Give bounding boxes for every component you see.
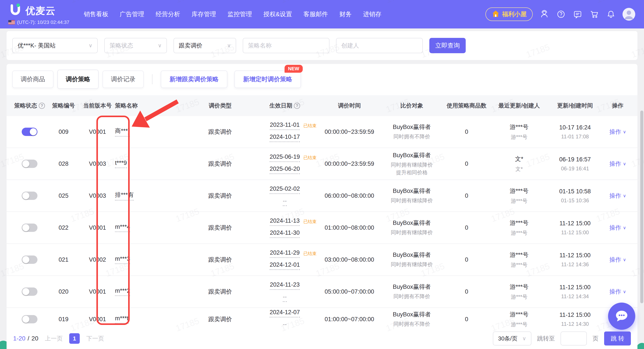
effective-start-date[interactable]: 2023-11-01 xyxy=(270,121,300,130)
effective-end-date[interactable]: -- xyxy=(283,198,287,206)
tab[interactable]: 调价记录 xyxy=(102,70,144,88)
compare-target-options: 同时拥有继续降价 xyxy=(391,261,433,268)
last-updater: 游***号 xyxy=(510,123,528,131)
nav-item[interactable]: 监控管理 xyxy=(227,10,252,18)
updater-cell: 游***号 游***号 xyxy=(492,219,546,237)
scrollbar-thumb[interactable] xyxy=(640,111,643,303)
nav-item[interactable]: 授权&设置 xyxy=(263,10,292,18)
nav-item[interactable]: 经营分析 xyxy=(156,10,180,18)
nav-item[interactable]: 销售看板 xyxy=(84,10,108,18)
search-button[interactable]: 立即查询 xyxy=(429,38,466,53)
last-updater: 游***号 xyxy=(510,187,528,195)
nav-item[interactable]: 广告管理 xyxy=(120,10,144,18)
chat-bubble-button[interactable] xyxy=(608,303,635,330)
adjust-time-range: 01:00:00~07:00:00 xyxy=(316,316,382,323)
time-cell: 01-15 10:58 01-15 10:36 xyxy=(546,188,604,204)
welfare-house-button[interactable]: 福利小屋 xyxy=(486,7,533,21)
strategy-name-link[interactable]: m***4 xyxy=(115,224,130,232)
effective-end-date[interactable]: -- xyxy=(283,293,287,302)
status-select[interactable]: 策略状态 ∨ xyxy=(104,38,167,53)
strategy-id: 022 xyxy=(47,224,80,231)
effective-start-date[interactable]: 2024-11-23 xyxy=(270,281,300,290)
creator: 游***号 xyxy=(511,134,528,141)
strategy-name-link[interactable]: m***t xyxy=(115,315,128,324)
nav-item[interactable]: 财务 xyxy=(339,10,352,18)
operation-dropdown[interactable]: 操作∨ xyxy=(610,288,626,296)
status-toggle[interactable] xyxy=(22,160,38,168)
operation-dropdown[interactable]: 操作∨ xyxy=(610,160,626,168)
tab[interactable]: 调价商品 xyxy=(12,70,54,88)
effective-end-date[interactable]: 2024-11-30 xyxy=(270,229,300,238)
jump-page-input[interactable] xyxy=(560,332,587,346)
jump-button[interactable]: 跳 转 xyxy=(604,332,631,346)
effective-start-date[interactable]: 2024-11-13 xyxy=(270,217,300,226)
status-toggle[interactable] xyxy=(22,128,38,136)
cart-icon[interactable] xyxy=(589,9,599,19)
create-time: 06-19 16:41 xyxy=(561,166,589,172)
effective-start-date[interactable]: 2024-12-07 xyxy=(270,309,300,318)
strategy-name-link[interactable]: m***2 xyxy=(115,288,130,296)
last-updater: 游***号 xyxy=(510,219,528,227)
strategy-name-input[interactable] xyxy=(243,38,330,53)
status-toggle[interactable] xyxy=(22,315,38,323)
tabs-container: 调价商品调价策略调价记录 xyxy=(12,70,144,89)
support-icon[interactable] xyxy=(539,9,549,19)
compare-target-cell: BuyBox赢得者 同时拥有继续降价 xyxy=(382,187,442,205)
creator-input[interactable] xyxy=(336,38,423,53)
nav-item[interactable]: 进销存 xyxy=(363,10,381,18)
add-follow-strategy-button[interactable]: 新增跟卖调价策略 xyxy=(161,70,227,88)
strategy-name-link[interactable]: 商***) xyxy=(115,127,130,137)
strategy-name-link[interactable]: m***3 xyxy=(115,256,130,264)
compare-target: BuyBox赢得者 xyxy=(393,151,431,159)
price-type: 跟卖调价 xyxy=(187,128,253,136)
nav-item[interactable]: 客服邮件 xyxy=(304,10,328,18)
operation-dropdown[interactable]: 操作∨ xyxy=(610,192,626,200)
operation-dropdown[interactable]: 操作∨ xyxy=(610,224,626,232)
strategy-name-link[interactable]: t***9 xyxy=(115,160,127,168)
status-toggle[interactable] xyxy=(22,192,38,200)
add-timed-strategy-button[interactable]: 新增定时调价策略 NEW xyxy=(234,70,301,88)
operation-dropdown[interactable]: 操作∨ xyxy=(610,256,626,264)
page-size-select[interactable]: 30条/页 ∨ xyxy=(493,332,532,346)
status-toggle[interactable] xyxy=(22,256,38,264)
tabs-row: 调价商品调价策略调价记录 新增跟卖调价策略 新增定时调价策略 NEW xyxy=(6,64,638,89)
price-type: 跟卖调价 xyxy=(187,256,253,264)
operation-dropdown[interactable]: 操作∨ xyxy=(610,128,626,136)
status-toggle[interactable] xyxy=(22,288,38,296)
effective-end-date[interactable]: 2024-12-01 xyxy=(270,261,300,270)
strategy-name-link[interactable]: 排***有 xyxy=(115,191,134,201)
new-badge: NEW xyxy=(284,65,303,73)
version-number: V0001 xyxy=(80,316,115,323)
effective-date-cell: 已结束 2024-11-29 2024-12-01 xyxy=(253,249,316,270)
next-page-button[interactable]: 下一页 xyxy=(86,335,104,343)
nav-item[interactable]: 库存管理 xyxy=(192,10,216,18)
type-select[interactable]: 跟卖调价 ∨ xyxy=(174,38,236,53)
help-icon[interactable] xyxy=(556,9,566,19)
update-time: 11-12 15:00 xyxy=(560,312,590,318)
avatar[interactable] xyxy=(622,8,635,20)
chevron-down-icon: ∨ xyxy=(224,42,231,49)
tab[interactable]: 调价策略 xyxy=(58,70,98,89)
time-cell: 11-12 15:00 11-12 14:36 xyxy=(546,252,604,268)
strategy-id: 028 xyxy=(47,160,80,167)
table-header: 策略状态?策略编号当前版本号策略名称调价类型生效日期?调价时间比价对象使用策略商… xyxy=(6,95,638,116)
bell-icon[interactable] xyxy=(606,9,616,19)
effective-end-date[interactable]: 2025-06-20 xyxy=(270,166,300,174)
compare-target: BuyBox赢得者 xyxy=(393,311,431,318)
prev-page-button[interactable]: 上一页 xyxy=(45,335,63,343)
content-card: 调价商品调价策略调价记录 新增跟卖调价策略 新增定时调价策略 NEW 策略状态?… xyxy=(6,64,638,349)
brand-name: 优麦云 xyxy=(26,4,56,17)
help-icon[interactable]: ? xyxy=(294,103,300,109)
brand-logo-icon xyxy=(8,3,22,18)
effective-start-date[interactable]: 2025-06-19 xyxy=(270,153,300,162)
status-select-placeholder: 策略状态 xyxy=(110,42,133,49)
effective-date-cell: 2025-02-02 -- xyxy=(253,185,316,206)
feedback-icon[interactable] xyxy=(572,9,583,19)
page-number-button[interactable]: 1 xyxy=(69,333,80,344)
effective-start-date[interactable]: 2025-02-02 xyxy=(270,185,300,194)
shop-select[interactable]: 优***K- 美国站 ∨ xyxy=(12,38,98,53)
help-icon[interactable]: ? xyxy=(39,103,45,109)
effective-start-date[interactable]: 2024-11-29 xyxy=(270,249,300,258)
effective-end-date[interactable]: 2024-10-17 xyxy=(270,134,300,142)
status-toggle[interactable] xyxy=(22,224,38,232)
